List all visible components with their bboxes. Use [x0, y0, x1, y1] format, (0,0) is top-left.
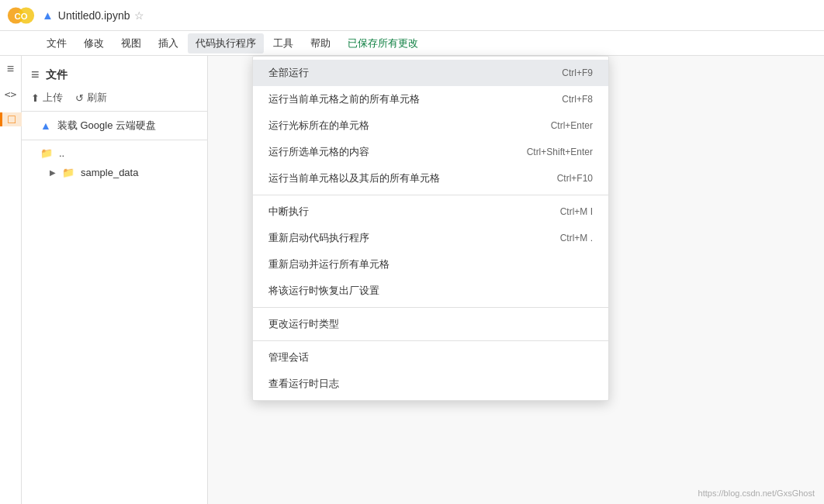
- file-info: ▲ Untitled0.ipynb ☆: [42, 9, 818, 22]
- logo: CO: [6, 1, 36, 30]
- drive-folder-icon: ▲: [40, 119, 51, 132]
- manage-sessions-label: 管理会话: [268, 350, 309, 364]
- run-cursor-label: 运行光标所在的单元格: [268, 119, 369, 133]
- sidebar-header: ≡ 文件: [22, 62, 207, 88]
- menu-runtime[interactable]: 代码执行程序: [188, 33, 264, 54]
- menu-tools[interactable]: 工具: [265, 33, 301, 54]
- run-before-label: 运行当前单元格之前的所有单元格: [268, 92, 420, 106]
- sidebar-actions: ⬆ 上传 ↺ 刷新: [22, 88, 207, 108]
- drive-icon: ▲: [42, 9, 54, 22]
- nav-files-icon[interactable]: □: [0, 112, 22, 126]
- run-cursor-shortcut: Ctrl+Enter: [551, 120, 593, 131]
- menu-insert[interactable]: 插入: [151, 33, 186, 54]
- refresh-icon: ↺: [75, 92, 84, 104]
- restart-shortcut: Ctrl+M .: [560, 233, 593, 243]
- nav-toc-icon[interactable]: ≡: [7, 62, 14, 76]
- sample-data-item[interactable]: ▶ 📁 sample_data: [22, 163, 207, 182]
- menu-factory-reset[interactable]: 将该运行时恢复出厂设置: [253, 278, 608, 304]
- top-bar: CO ▲ Untitled0.ipynb ☆: [0, 0, 824, 31]
- star-icon[interactable]: ☆: [134, 9, 144, 22]
- run-selected-label: 运行所选单元格的内容: [268, 145, 369, 159]
- menu-file[interactable]: 文件: [39, 33, 74, 54]
- parent-folder-label: ..: [59, 147, 64, 159]
- menu-restart[interactable]: 重新启动代码执行程序 Ctrl+M .: [253, 225, 608, 251]
- sidebar: ≡ 文件 ⬆ 上传 ↺ 刷新 ▲ 装载 Google 云端硬盘 📁 .. ▶ 📁: [22, 56, 208, 504]
- file-name[interactable]: Untitled0.ipynb: [58, 9, 130, 22]
- restart-run-label: 重新启动并运行所有单元格: [268, 257, 389, 271]
- upload-icon: ⬆: [31, 92, 40, 104]
- sidebar-divider-2: [22, 140, 207, 140]
- sample-data-folder-icon: 📁: [62, 167, 74, 178]
- view-logs-label: 查看运行时日志: [268, 377, 339, 391]
- drive-label: 装载 Google 云端硬盘: [57, 119, 156, 133]
- restart-label: 重新启动代码执行程序: [268, 231, 369, 245]
- menu-restart-run[interactable]: 重新启动并运行所有单元格: [253, 251, 608, 278]
- sample-data-label: sample_data: [81, 167, 138, 178]
- run-all-label: 全部运行: [268, 66, 309, 80]
- run-all-shortcut: Ctrl+F9: [562, 67, 593, 78]
- run-selected-shortcut: Ctrl+Shift+Enter: [527, 147, 593, 157]
- parent-folder-icon: 📁: [40, 147, 53, 159]
- run-after-shortcut: Ctrl+F10: [557, 173, 593, 184]
- runtime-dropdown-menu: 全部运行 Ctrl+F9 运行当前单元格之前的所有单元格 Ctrl+F8 运行光…: [252, 56, 609, 401]
- menu-saved: 已保存所有更改: [340, 33, 426, 54]
- menu-view[interactable]: 视图: [113, 33, 149, 54]
- menu-run-after[interactable]: 运行当前单元格以及其后的所有单元格 Ctrl+F10: [253, 165, 608, 192]
- menu-run-selected[interactable]: 运行所选单元格的内容 Ctrl+Shift+Enter: [253, 139, 608, 165]
- parent-folder-item[interactable]: 📁 ..: [22, 143, 207, 163]
- interrupt-shortcut: Ctrl+M I: [560, 206, 593, 217]
- menu-bar: 文件 修改 视图 插入 代码执行程序 工具 帮助 已保存所有更改: [0, 31, 824, 56]
- watermark: https://blog.csdn.net/GxsGhost: [698, 488, 815, 498]
- svg-text:CO: CO: [14, 11, 27, 20]
- factory-reset-label: 将该运行时恢复出厂设置: [268, 284, 379, 298]
- menu-run-all[interactable]: 全部运行 Ctrl+F9: [253, 60, 608, 86]
- menu-help[interactable]: 帮助: [303, 33, 338, 54]
- run-before-shortcut: Ctrl+F8: [562, 94, 593, 105]
- interrupt-label: 中断执行: [268, 205, 309, 219]
- main-area: ≡ <> □ ≡ 文件 ⬆ 上传 ↺ 刷新 ▲ 装载 Google 云端硬盘 📁: [0, 56, 824, 504]
- sidebar-divider-1: [22, 111, 207, 112]
- menu-manage-sessions[interactable]: 管理会话: [253, 344, 608, 371]
- refresh-label: 刷新: [87, 91, 107, 105]
- upload-action[interactable]: ⬆ 上传: [31, 91, 63, 105]
- sidebar-title: 文件: [46, 68, 68, 82]
- menu-view-logs[interactable]: 查看运行时日志: [253, 371, 608, 397]
- content-area: 全部运行 Ctrl+F9 运行当前单元格之前的所有单元格 Ctrl+F8 运行光…: [208, 56, 824, 504]
- sidebar-menu-icon[interactable]: ≡: [31, 67, 40, 83]
- dropdown-sep-3: [253, 340, 608, 341]
- dropdown-sep-2: [253, 307, 608, 308]
- expand-icon[interactable]: ▶: [50, 168, 56, 177]
- menu-run-cursor[interactable]: 运行光标所在的单元格 Ctrl+Enter: [253, 112, 608, 139]
- change-runtime-label: 更改运行时类型: [268, 317, 339, 331]
- upload-label: 上传: [43, 91, 63, 105]
- nav-code-icon[interactable]: <>: [5, 88, 17, 100]
- refresh-action[interactable]: ↺ 刷新: [75, 91, 107, 105]
- menu-edit[interactable]: 修改: [76, 33, 112, 54]
- drive-mount-item[interactable]: ▲ 装载 Google 云端硬盘: [22, 115, 207, 136]
- run-after-label: 运行当前单元格以及其后的所有单元格: [268, 171, 440, 185]
- menu-interrupt[interactable]: 中断执行 Ctrl+M I: [253, 198, 608, 225]
- menu-change-runtime[interactable]: 更改运行时类型: [253, 311, 608, 337]
- menu-run-before[interactable]: 运行当前单元格之前的所有单元格 Ctrl+F8: [253, 86, 608, 112]
- dropdown-sep-1: [253, 195, 608, 195]
